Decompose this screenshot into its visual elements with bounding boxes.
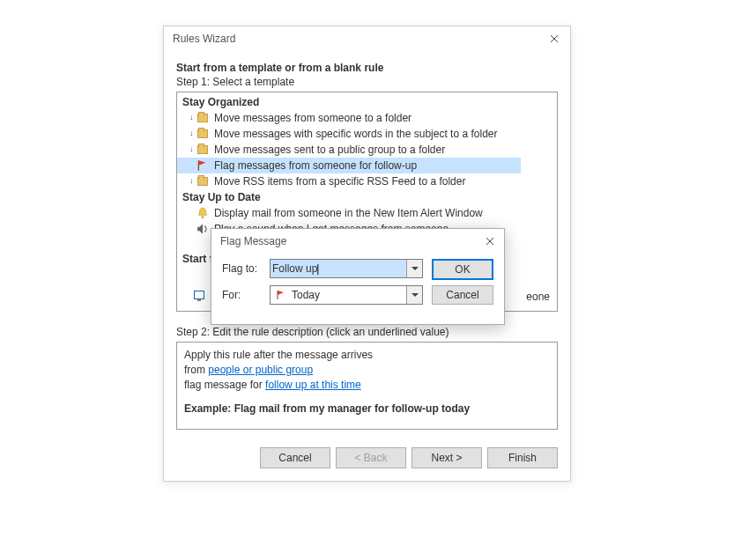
flag-to-combobox[interactable]: Follow up	[270, 259, 423, 278]
svg-point-2	[202, 217, 204, 218]
follow-up-time-link[interactable]: follow up at this time	[265, 379, 361, 391]
finish-button[interactable]: Finish	[487, 447, 558, 468]
for-label: For:	[222, 289, 270, 301]
close-icon[interactable]	[547, 32, 561, 46]
template-item[interactable]: Move messages from someone to a folder	[177, 110, 557, 126]
dialog-titlebar: Flag Message	[211, 229, 504, 254]
template-item-label: Move messages with specific words in the…	[214, 127, 497, 141]
template-item-label: Flag messages from someone for follow-up	[214, 158, 417, 173]
folder-icon	[196, 175, 209, 188]
dialog-body: Flag to: Follow up For: Today	[211, 254, 504, 324]
flag-to-value: Follow up	[271, 260, 406, 277]
people-or-group-link[interactable]: people or public group	[208, 364, 313, 376]
ok-button[interactable]: OK	[432, 259, 493, 280]
template-item-label: Move messages sent to a public group to …	[214, 143, 445, 157]
chevron-down-icon[interactable]	[406, 260, 422, 277]
flag-icon	[196, 159, 209, 172]
template-item-truncated-label: eone	[526, 291, 550, 303]
group-header-stay-organized: Stay Organized	[177, 94, 557, 110]
template-item[interactable]: Move messages with specific words in the…	[177, 126, 557, 142]
next-button[interactable]: Next >	[411, 447, 482, 468]
template-item-selected[interactable]: Flag messages from someone for follow-up	[177, 158, 521, 173]
template-item[interactable]: Move messages sent to a public group to …	[177, 142, 557, 158]
intro-heading: Start from a template or from a blank ru…	[176, 62, 558, 74]
for-value: Today	[290, 286, 406, 304]
flag-message-dialog: Flag Message Flag to: Follow up For:	[211, 228, 505, 325]
dialog-title: Flag Message	[220, 235, 286, 247]
screen-icon	[194, 291, 204, 299]
sound-icon	[196, 223, 209, 235]
template-item-label: Move messages from someone to a folder	[214, 111, 411, 125]
desc-line2: from people or public group	[184, 363, 550, 378]
wizard-button-row: Cancel < Back Next > Finish	[176, 447, 558, 468]
folder-icon	[196, 112, 209, 124]
template-item[interactable]: Move RSS items from a specific RSS Feed …	[177, 173, 557, 189]
template-item[interactable]: Display mail from someone in the New Ite…	[177, 205, 557, 221]
step2-label: Step 2: Edit the rule description (click…	[176, 326, 558, 338]
cancel-button[interactable]: Cancel	[260, 447, 330, 468]
step1-label: Step 1: Select a template	[176, 76, 558, 88]
folder-icon	[196, 128, 209, 140]
desc-line3: flag message for follow up at this time	[184, 378, 550, 393]
flag-to-row: Flag to: Follow up	[222, 259, 423, 278]
titlebar: Rules Wizard	[164, 26, 570, 49]
description-panel: Apply this rule after the message arrive…	[176, 342, 558, 430]
template-item-label: Display mail from someone in the New Ite…	[214, 206, 483, 220]
back-button: < Back	[336, 447, 406, 468]
window-title: Rules Wizard	[173, 33, 235, 45]
flag-icon	[271, 290, 290, 300]
example-line: Example: Flag mail from my manager for f…	[184, 402, 550, 416]
chevron-down-icon[interactable]	[406, 286, 422, 304]
flag-to-label: Flag to:	[222, 262, 270, 275]
cancel-button[interactable]: Cancel	[432, 285, 493, 305]
template-item-label: Move RSS items from a specific RSS Feed …	[214, 174, 465, 188]
close-icon[interactable]	[483, 234, 497, 248]
desc-line1: Apply this rule after the message arrive…	[184, 348, 550, 363]
folder-icon	[196, 144, 209, 156]
bell-icon	[196, 207, 209, 219]
for-combobox[interactable]: Today	[270, 285, 423, 305]
group-header-stay-up-to-date: Stay Up to Date	[177, 189, 557, 205]
for-row: For: Today	[222, 285, 423, 305]
